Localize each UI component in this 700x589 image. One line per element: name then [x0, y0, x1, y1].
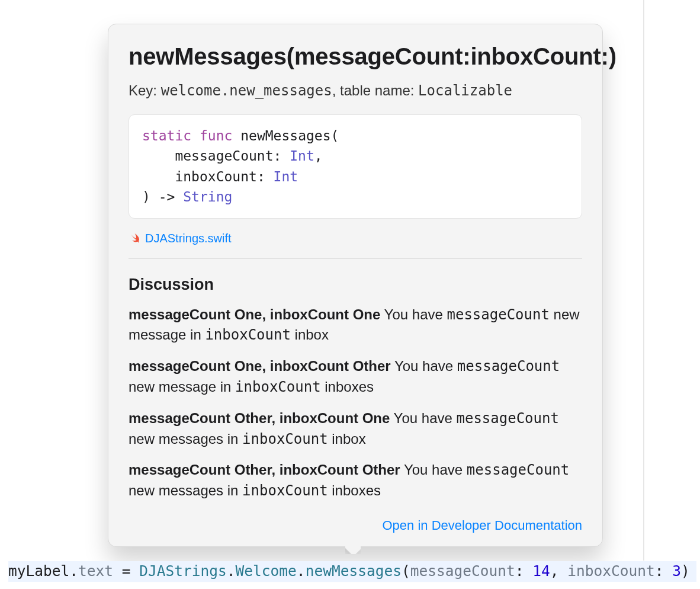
paren-close: ) -> — [142, 189, 175, 204]
tok-type: DJAStrings — [139, 562, 227, 580]
paren-open: ( — [331, 128, 339, 143]
tok-equals: = — [113, 562, 139, 580]
param2-name: inboxCount — [175, 169, 256, 184]
discussion-text: new message in — [129, 379, 235, 395]
discussion-item: messageCount One, inboxCount Other You h… — [129, 356, 582, 398]
tok-dot: . — [227, 562, 236, 580]
tok-dot: . — [69, 562, 78, 580]
section-divider — [129, 258, 582, 259]
swift-icon — [129, 232, 140, 244]
discussion-mono: inboxCount — [235, 379, 321, 395]
tok-number: 14 — [532, 562, 550, 580]
tok-identifier: myLabel — [8, 562, 69, 580]
discussion-text: inbox — [328, 431, 366, 447]
popover-arrow — [345, 546, 361, 554]
footer-link-row: Open in Developer Documentation — [129, 518, 582, 533]
discussion-text: You have — [391, 358, 457, 374]
tablename-label: , table name: — [332, 82, 415, 98]
param1-type: Int — [290, 148, 314, 164]
tablename-value: Localizable — [418, 82, 512, 99]
discussion-text: You have — [390, 410, 456, 426]
discussion-text: new messages in — [129, 431, 242, 447]
discussion-item: messageCount Other, inboxCount One You h… — [129, 408, 582, 450]
discussion-heading: Discussion — [129, 276, 582, 294]
discussion-text: inboxes — [328, 482, 381, 498]
key-tablename-row: Key: welcome.new_messages, table name: L… — [129, 81, 582, 101]
key-value: welcome.new_messages — [161, 82, 332, 99]
discussion-label: messageCount Other, inboxCount Other — [129, 462, 400, 478]
popover-content: newMessages(messageCount:inboxCount:) Ke… — [108, 24, 602, 546]
tok-property: text — [78, 562, 113, 580]
return-type: String — [183, 189, 232, 204]
discussion-mono: inboxCount — [205, 326, 291, 343]
symbol-title: newMessages(messageCount:inboxCount:) — [129, 43, 582, 70]
discussion-label: messageCount Other, inboxCount One — [129, 410, 390, 426]
tok-comma: , — [550, 562, 568, 580]
discussion-item: messageCount One, inboxCount One You hav… — [129, 305, 582, 346]
source-file-link[interactable]: DJAStrings.swift — [145, 232, 232, 245]
tok-param-label: messageCount — [410, 562, 515, 580]
source-file-row: DJAStrings.swift — [129, 232, 582, 245]
param1-name: messageCount — [175, 148, 273, 164]
discussion-text: inbox — [291, 326, 329, 342]
discussion-label: messageCount One, inboxCount One — [129, 306, 380, 322]
tok-type: Welcome — [236, 562, 297, 580]
key-label: Key: — [129, 82, 157, 98]
tok-method: newMessages — [306, 562, 402, 580]
editor-code-line[interactable]: myLabel.text = DJAStrings.Welcome.newMes… — [8, 561, 696, 582]
tok-paren: ( — [402, 562, 410, 580]
discussion-text: You have — [380, 306, 447, 322]
tok-number: 3 — [672, 562, 681, 580]
kw-static: static — [142, 128, 191, 143]
discussion-mono: inboxCount — [242, 431, 328, 447]
discussion-item: messageCount Other, inboxCount Other You… — [129, 460, 582, 501]
quickhelp-popover: newMessages(messageCount:inboxCount:) Ke… — [108, 24, 603, 547]
editor-right-divider — [643, 0, 644, 561]
fn-name: newMessages — [240, 128, 330, 143]
open-docs-link[interactable]: Open in Developer Documentation — [382, 518, 582, 533]
discussion-text: You have — [400, 462, 467, 478]
param2-type: Int — [274, 169, 298, 184]
discussion-text: inboxes — [321, 379, 374, 395]
tok-param-label: inboxCount — [567, 562, 655, 580]
tok-colon: : — [655, 562, 673, 580]
discussion-text: new messages in — [129, 482, 242, 498]
discussion-mono: messageCount — [447, 306, 550, 323]
discussion-mono: messageCount — [457, 410, 559, 427]
discussion-mono: inboxCount — [242, 482, 328, 499]
discussion-label: messageCount One, inboxCount Other — [129, 358, 391, 374]
tok-paren: ) — [681, 562, 690, 580]
tok-colon: : — [515, 562, 533, 580]
tok-dot: . — [297, 562, 306, 580]
discussion-mono: messageCount — [457, 358, 560, 374]
declaration-block: static func newMessages( messageCount: I… — [129, 114, 582, 219]
discussion-mono: messageCount — [467, 462, 569, 478]
kw-func: func — [200, 128, 232, 143]
